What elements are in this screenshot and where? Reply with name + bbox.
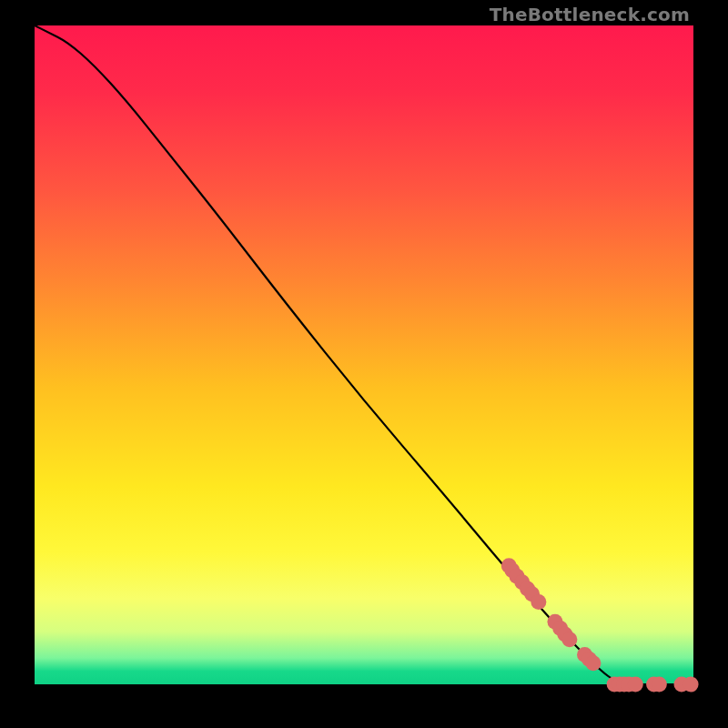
data-point — [683, 677, 699, 693]
data-point — [628, 677, 643, 693]
data-point — [531, 594, 546, 610]
watermark-text: TheBottleneck.com — [490, 4, 690, 25]
chart-stage: TheBottleneck.com — [0, 0, 728, 728]
chart-overlay — [35, 25, 693, 684]
curve-path — [35, 25, 693, 684]
data-point — [585, 655, 601, 671]
data-point — [561, 632, 577, 647]
points-group — [501, 558, 699, 692]
data-point — [652, 677, 667, 693]
